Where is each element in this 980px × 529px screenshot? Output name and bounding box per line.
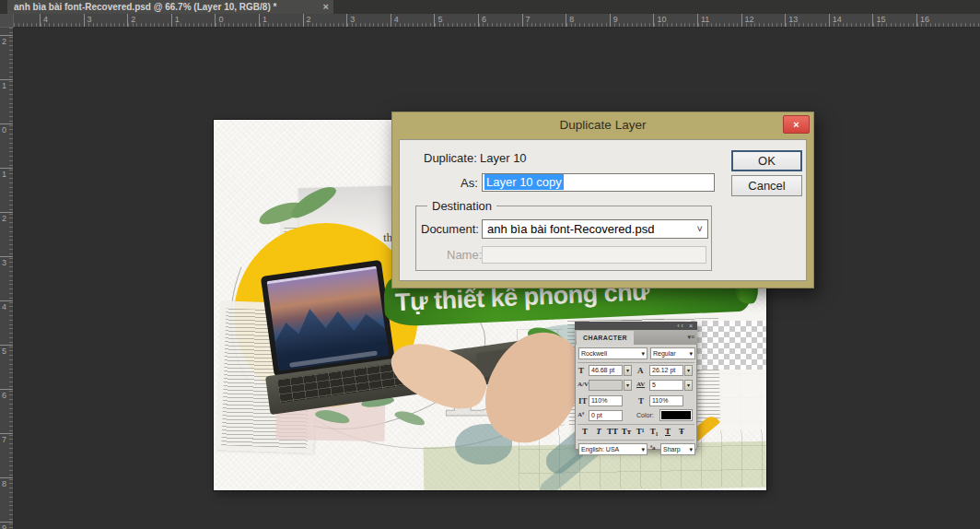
ruler-tick-label: 3 <box>0 256 13 267</box>
ruler-tick-label: 6 <box>0 389 13 400</box>
kerning-icon: A/V <box>578 381 589 388</box>
ruler-tick-label: 0 <box>0 123 13 135</box>
text-style-button[interactable]: Ŧ <box>676 426 687 438</box>
chevron-down-icon: ▾ <box>641 350 645 358</box>
language-select[interactable]: English: USA ▾ <box>578 443 648 455</box>
chevron-down-icon: ˅ <box>697 220 703 238</box>
ruler-tick-label: 1 <box>0 168 13 179</box>
leading-field[interactable]: 26.12 pt <box>649 365 683 376</box>
text-style-button[interactable]: T <box>662 426 673 438</box>
ruler-tick-label: 3 <box>346 14 355 27</box>
leading-icon: A <box>637 366 644 375</box>
ruler-tick-label: 10 <box>653 14 666 27</box>
ruler-tick-label: 2 <box>0 212 13 223</box>
ruler-tick-label: 16 <box>916 14 929 27</box>
text-style-button[interactable]: TT <box>607 426 618 438</box>
document-tab-title: anh bìa bài font-Recovered.psd @ 66.7% (… <box>14 2 276 12</box>
ruler-tick-label: 9 <box>610 14 618 27</box>
ruler-tick-label: 12 <box>741 14 754 27</box>
text-style-button[interactable]: T <box>593 426 604 438</box>
ruler-tick-label: 5 <box>0 345 13 356</box>
ruler-tick-label: 4 <box>391 14 399 27</box>
font-size-field[interactable]: 46.68 pt <box>589 365 623 376</box>
ruler-tick-label: 3 <box>84 14 92 27</box>
document-tab[interactable]: anh bìa bài font-Recovered.psd @ 66.7% (… <box>7 0 333 14</box>
tab-character[interactable]: CHARACTER <box>577 331 634 345</box>
ruler-tick-label: 1 <box>259 14 267 27</box>
chevron-down-icon: ▾ <box>641 446 645 453</box>
ruler-tick-label: 2 <box>303 14 311 27</box>
document-tab-bar: anh bìa bài font-Recovered.psd @ 66.7% (… <box>0 0 980 14</box>
style-buttons-row: TTTTTᴛT¹T₁TŦ <box>579 426 694 438</box>
leading-dropdown[interactable]: ▾ <box>684 365 693 376</box>
cancel-button[interactable]: Cancel <box>731 175 802 196</box>
horizontal-scale-field[interactable]: 110% <box>649 395 683 406</box>
tracking-dropdown[interactable]: ▾ <box>684 380 693 391</box>
kerning-dropdown[interactable]: ▾ <box>624 380 632 391</box>
ruler-tick-label: 8 <box>0 477 13 488</box>
dialog-title[interactable]: Duplicate Layer <box>392 112 813 139</box>
baseline-shift-icon: Aª <box>578 411 584 418</box>
document-label: Document: <box>421 222 479 236</box>
as-input[interactable]: Layer 10 copy <box>482 173 715 192</box>
vertical-scale-field[interactable]: 110% <box>589 395 623 406</box>
dialog-close-button[interactable]: × <box>783 115 810 134</box>
duplicate-layer-dialog: Duplicate Layer × Duplicate: Layer 10 OK… <box>391 112 814 288</box>
font-size-icon: T <box>578 366 584 375</box>
tracking-icon: AV <box>636 381 645 388</box>
antialias-icon: ªa <box>650 444 656 452</box>
ruler-tick-label: 13 <box>785 14 798 27</box>
tab-close-icon[interactable]: × <box>323 0 329 14</box>
ruler-tick-label: 9 <box>0 522 13 529</box>
text-style-button[interactable]: Tᴛ <box>621 426 632 438</box>
ruler-tick-label: 8 <box>566 14 574 27</box>
baseline-shift-field[interactable]: 0 pt <box>589 410 623 421</box>
laptop-screen <box>261 260 395 377</box>
ruler-tick-label: 0 <box>215 14 223 27</box>
character-panel[interactable]: ‹‹ × CHARACTER ▾≡ Rockwell ▾ Regular ▾ T… <box>575 322 697 450</box>
ruler-tick-label: 2 <box>127 14 135 27</box>
text-style-button[interactable]: T¹ <box>635 426 646 438</box>
document-select[interactable]: anh bìa bài font-Recovered.psd ˅ <box>482 219 708 239</box>
chevron-down-icon: ▾ <box>689 350 693 358</box>
name-label: Name: <box>447 248 482 262</box>
font-family-select[interactable]: Rockwell ▾ <box>578 347 648 359</box>
ruler-tick-label: 11 <box>697 14 709 27</box>
ruler-tick-label: 7 <box>522 14 531 27</box>
kerning-field[interactable] <box>589 380 623 391</box>
ruler-tick-label: 4 <box>40 14 48 27</box>
chevron-down-icon: ▾ <box>689 446 693 453</box>
destination-legend: Destination <box>427 199 496 213</box>
dialog-body: Duplicate: Layer 10 OK Cancel As: Layer … <box>399 139 807 281</box>
ruler-tick-label: 1 <box>171 14 180 27</box>
duplicate-label: Duplicate: <box>424 151 477 165</box>
duplicate-value: Layer 10 <box>480 151 527 165</box>
ruler-tick-label: 7 <box>0 433 13 444</box>
font-size-dropdown[interactable]: ▾ <box>624 365 632 376</box>
text-color-swatch[interactable] <box>660 410 692 420</box>
ruler-horizontal[interactable]: 4321012345678910111213141516 <box>14 14 980 28</box>
color-label: Color: <box>636 412 654 418</box>
as-label: As: <box>461 176 478 190</box>
horizontal-scale-icon: T <box>638 396 644 406</box>
ruler-vertical[interactable]: 210123456789 <box>0 28 14 529</box>
text-style-button[interactable]: T₁ <box>648 426 659 438</box>
tracking-field[interactable]: 5 <box>649 380 683 391</box>
close-panel-icon: × <box>689 323 694 329</box>
ruler-corner[interactable] <box>0 14 14 28</box>
ruler-tick-label: 14 <box>829 14 842 27</box>
ruler-tick-label: 6 <box>478 14 486 27</box>
ok-button[interactable]: OK <box>731 150 802 171</box>
collapse-panel-icon: ‹‹ <box>677 323 685 329</box>
character-panel-header: ‹‹ × <box>575 322 697 330</box>
document-select-value: anh bìa bài font-Recovered.psd <box>487 222 654 236</box>
text-style-button[interactable]: T <box>579 426 590 438</box>
ruler-tick-label: 5 <box>434 14 442 27</box>
ruler-tick-label: 15 <box>872 14 885 27</box>
vertical-scale-icon: IT <box>578 396 588 406</box>
panel-menu-icon[interactable]: ▾≡ <box>687 330 694 345</box>
font-style-select[interactable]: Regular ▾ <box>650 347 695 359</box>
antialias-select[interactable]: Sharp ▾ <box>660 443 695 455</box>
name-input-disabled <box>482 246 706 264</box>
ruler-tick-label: 4 <box>0 300 13 312</box>
